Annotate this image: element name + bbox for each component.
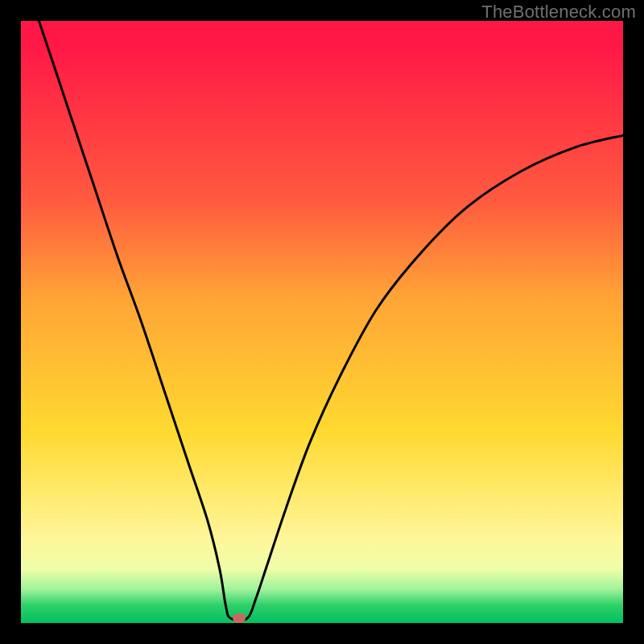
optimal-marker: [233, 613, 246, 623]
watermark-text: TheBottleneck.com: [481, 2, 636, 23]
chart-frame: TheBottleneck.com: [0, 0, 644, 644]
plot-area: [21, 21, 623, 623]
bottleneck-curve: [21, 21, 623, 623]
